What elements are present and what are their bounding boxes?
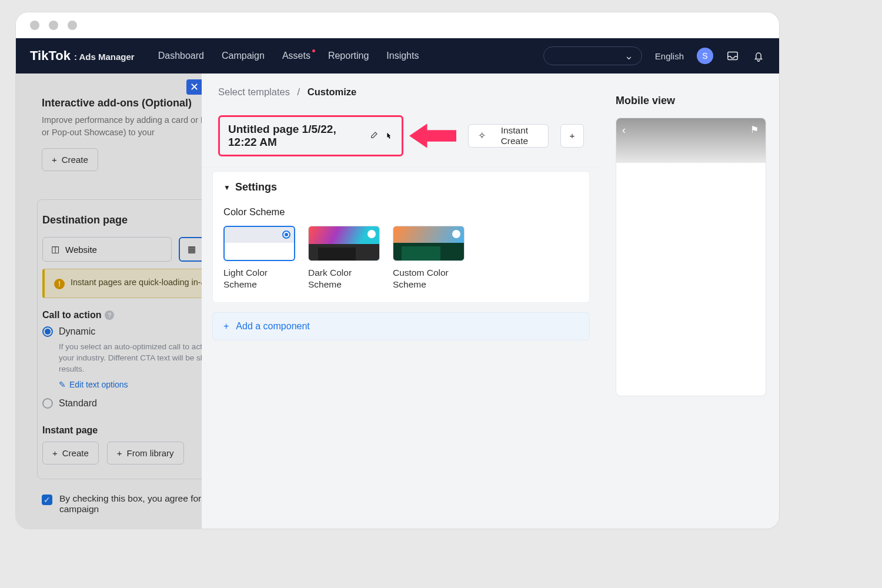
add-component-button[interactable]: + Add a component (212, 312, 590, 340)
panel-main: Select templates / Customize Untitled pa… (202, 74, 600, 529)
settings-card: ▼ Settings Color Scheme Light Color Sche… (212, 171, 590, 303)
instant-create-cta[interactable]: ✧ Instant Create (468, 124, 549, 148)
mobile-preview-pane: Mobile view ‹ ⚑ (600, 74, 779, 529)
brand-sub: : Ads Manager (74, 52, 135, 62)
close-panel-button[interactable]: ✕ (186, 79, 202, 95)
page-name-text: Untitled page 1/5/22, 12:22 AM (228, 123, 364, 149)
callout-arrow-icon (409, 119, 456, 152)
mobile-preview: ‹ ⚑ (616, 118, 766, 396)
nav-links: Dashboard Campaign Assets Reporting Insi… (158, 51, 419, 61)
language-selector[interactable]: English (655, 51, 684, 61)
magic-icon: ✧ (478, 131, 486, 141)
mobile-preview-header (616, 118, 766, 163)
instant-page-editor-panel: ✕ Select templates / Customize Untitled … (202, 74, 779, 529)
page-name-row: Untitled page 1/5/22, 12:22 AM ✧ (202, 107, 600, 168)
cursor-icon (385, 131, 393, 141)
nav-dashboard[interactable]: Dashboard (158, 51, 204, 61)
mac-titlebar (16, 12, 779, 38)
caret-down-icon: ▼ (223, 183, 230, 192)
svg-rect-0 (728, 52, 738, 60)
radio-selected-icon (282, 230, 290, 239)
scheme-light[interactable]: Light Color Scheme (223, 226, 295, 290)
app-window: TikTok : Ads Manager Dashboard Campaign … (15, 12, 780, 529)
traffic-dot (68, 21, 77, 30)
nav-reporting[interactable]: Reporting (328, 51, 369, 61)
radio-icon (368, 230, 376, 238)
assets-badge (312, 49, 315, 52)
add-button[interactable]: + (560, 124, 584, 148)
avatar[interactable]: S (697, 48, 713, 64)
radio-icon (452, 230, 460, 238)
content-area: Interactive add-ons (Optional) Improve p… (16, 74, 779, 529)
page-name-highlight[interactable]: Untitled page 1/5/22, 12:22 AM (218, 115, 403, 156)
breadcrumb-customize: Customize (308, 86, 356, 97)
mobile-report-icon: ⚑ (750, 124, 759, 135)
top-nav: TikTok : Ads Manager Dashboard Campaign … (16, 38, 779, 74)
nav-right: English S (543, 46, 765, 65)
breadcrumb-templates[interactable]: Select templates (218, 86, 290, 97)
brand: TikTok : Ads Manager (30, 48, 135, 64)
color-scheme-title: Color Scheme (223, 206, 579, 218)
color-scheme-options: Light Color Scheme Dark Color Scheme Cus… (223, 226, 579, 290)
nav-assets[interactable]: Assets (282, 51, 310, 61)
settings-toggle[interactable]: ▼ Settings (213, 172, 589, 203)
scheme-custom[interactable]: Custom Color Scheme (393, 226, 465, 290)
bell-icon[interactable] (752, 49, 765, 62)
traffic-dot (30, 21, 39, 30)
traffic-dot (49, 21, 58, 30)
scheme-dark[interactable]: Dark Color Scheme (308, 226, 380, 290)
inbox-icon[interactable] (726, 49, 739, 62)
nav-campaign[interactable]: Campaign (222, 51, 265, 61)
mobile-back-icon: ‹ (622, 124, 626, 136)
account-selector[interactable] (543, 46, 642, 65)
mobile-view-title: Mobile view (616, 95, 764, 107)
plus-icon: + (223, 321, 229, 332)
nav-insights[interactable]: Insights (386, 51, 419, 61)
brand-main: TikTok (30, 48, 71, 64)
pencil-icon (370, 130, 379, 142)
breadcrumb: Select templates / Customize (202, 74, 600, 107)
